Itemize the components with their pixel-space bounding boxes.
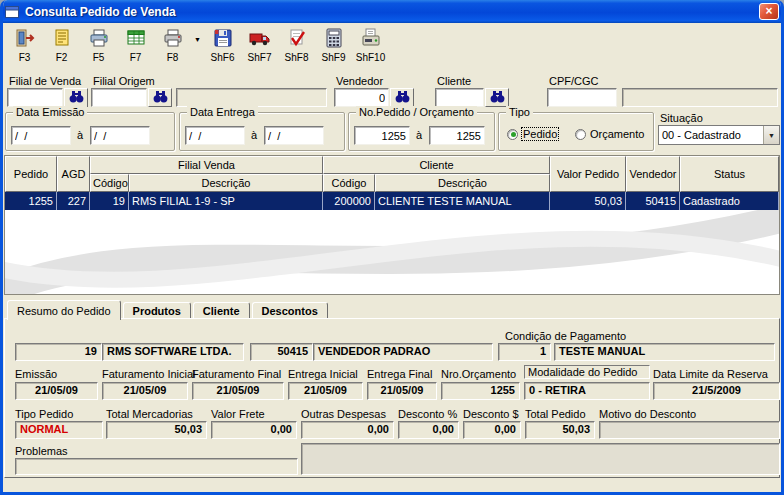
- binoculars-icon: [395, 90, 410, 105]
- data-entrega-to-label: à: [251, 129, 257, 141]
- vendedor-lookup-button[interactable]: [390, 88, 414, 107]
- cell-fv-codigo: 19: [90, 192, 129, 210]
- toolbar-button-shf7[interactable]: ShF7: [241, 25, 278, 69]
- window-title: Consulta Pedido de Venda: [25, 5, 759, 19]
- binoculars-icon: [69, 90, 84, 105]
- col-header-valor-pedido: Valor Pedido: [550, 156, 626, 192]
- cpf-cgc-description: [622, 88, 778, 107]
- pedido-to-input[interactable]: [429, 126, 485, 145]
- data-entrega-from-input[interactable]: [185, 126, 245, 145]
- problemas-label: Problemas: [15, 445, 68, 457]
- tipo-group-title: Tipo: [506, 106, 533, 118]
- col-header-fv-codigo: Código: [90, 174, 129, 192]
- print-options-dropdown-arrow[interactable]: ▼: [191, 27, 204, 51]
- motivo-desconto-value: [599, 421, 780, 439]
- entrega-final-label: Entrega Final: [367, 368, 432, 380]
- toolbar-button-shf6[interactable]: ShF6: [204, 25, 241, 69]
- cell-pedido: 1255: [5, 192, 57, 210]
- results-table: Pedido AGD Filial Venda Cliente Valor Pe…: [5, 156, 779, 210]
- modalidade-pedido-label: Modalidade do Pedido: [524, 365, 650, 379]
- toolbar-button-f3[interactable]: F3: [6, 25, 43, 69]
- tipo-pedido-radio-label: Pedido: [522, 128, 558, 140]
- toolbar-button-f5[interactable]: F5: [80, 25, 117, 69]
- results-grid: Pedido AGD Filial Venda Cliente Valor Pe…: [4, 155, 780, 295]
- desconto-valor-value: 0,00: [463, 421, 521, 439]
- data-emissao-group: Data Emissão à: [5, 112, 175, 151]
- col-header-fv-descricao: Descrição: [129, 174, 323, 192]
- tipo-orcamento-radio[interactable]: Orçamento: [575, 128, 644, 140]
- vendedor-input[interactable]: [334, 88, 389, 107]
- toolbar-key-label: F3: [19, 52, 31, 63]
- situacao-label: Situação: [660, 112, 703, 124]
- close-button[interactable]: ×: [759, 3, 779, 20]
- col-group-filial-venda: Filial Venda: [90, 156, 323, 174]
- decorative-swoosh: [5, 210, 779, 294]
- data-entrega-group-title: Data Entrega: [187, 106, 258, 118]
- col-header-cl-descricao: Descrição: [375, 174, 550, 192]
- vendedor-label: Vendedor: [336, 75, 383, 87]
- app-window: Consulta Pedido de Venda × F3 F2 F5 F7 F…: [0, 0, 784, 495]
- outras-despesas-value: 0,00: [301, 421, 394, 439]
- pedido-from-input[interactable]: [354, 126, 410, 145]
- toolbar-button-f2[interactable]: F2: [43, 25, 80, 69]
- faturamento-inicial-value: 21/05/09: [102, 382, 188, 400]
- tab-produtos[interactable]: Produtos: [123, 302, 191, 318]
- desconto-valor-label: Desconto $: [463, 408, 519, 420]
- tipo-group: Tipo Pedido Orçamento: [498, 112, 654, 151]
- radio-selected-icon: [507, 129, 518, 140]
- toolbar-button-shf10[interactable]: ShF10: [352, 25, 389, 69]
- entrega-final-value: 21/05/09: [367, 382, 437, 400]
- vendedor-nome-value: VENDEDOR PADRAO: [313, 343, 493, 361]
- tab-descontos[interactable]: Descontos: [252, 302, 328, 318]
- toolbar-button-f8[interactable]: F8: [154, 25, 191, 69]
- tab-resumo-do-pedido[interactable]: Resumo do Pedido: [7, 300, 121, 320]
- check-document-icon: [286, 28, 308, 50]
- tab-cliente[interactable]: Cliente: [193, 302, 250, 318]
- filial-venda-label: Filial de Venda: [9, 75, 81, 87]
- filial-venda-lookup-button[interactable]: [64, 88, 88, 107]
- data-emissao-to-input[interactable]: [90, 126, 150, 145]
- tipo-pedido-label: Tipo Pedido: [15, 408, 73, 420]
- table-row[interactable]: 1255 227 19 RMS FILIAL 1-9 - SP 200000 C…: [5, 192, 779, 210]
- chevron-down-icon: ▼: [763, 126, 779, 144]
- toolbar-key-label: ShF10: [356, 52, 385, 63]
- problemas-value: [15, 458, 298, 475]
- data-entrega-to-input[interactable]: [264, 126, 324, 145]
- filial-origem-lookup-button[interactable]: [148, 88, 172, 107]
- emissao-label: Emissão: [15, 368, 57, 380]
- data-emissao-from-input[interactable]: [11, 126, 71, 145]
- cell-status: Cadastrado: [680, 192, 779, 210]
- filial-venda-input[interactable]: [7, 88, 63, 107]
- total-mercadorias-label: Total Mercadorias: [106, 408, 193, 420]
- toolbar-key-label: F8: [167, 52, 179, 63]
- vendedor-codigo-value: 50415: [250, 343, 313, 361]
- toolbar-button-shf8[interactable]: ShF8: [278, 25, 315, 69]
- toolbar-button-f7[interactable]: F7: [117, 25, 154, 69]
- cliente-input[interactable]: [435, 88, 484, 107]
- toolbar-key-label: F5: [93, 52, 105, 63]
- desconto-pct-value: 0,00: [398, 421, 459, 439]
- printer-alt-icon: [162, 28, 184, 50]
- cliente-label: Cliente: [437, 75, 471, 87]
- total-pedido-label: Total Pedido: [525, 408, 586, 420]
- detail-tabstrip: Resumo do Pedido Produtos Cliente Descon…: [7, 299, 330, 319]
- valor-frete-label: Valor Frete: [211, 408, 265, 420]
- filial-origem-input[interactable]: [91, 88, 147, 107]
- faturamento-inicial-label: Faturamento Inicial: [102, 368, 196, 380]
- toolbar-button-shf9[interactable]: ShF9: [315, 25, 352, 69]
- tipo-pedido-value: NORMAL: [15, 421, 103, 439]
- cliente-lookup-button[interactable]: [485, 88, 509, 107]
- outras-despesas-label: Outras Despesas: [301, 408, 386, 420]
- total-mercadorias-value: 50,03: [106, 421, 207, 439]
- printer-icon: [88, 28, 110, 50]
- situacao-select[interactable]: 00 - Cadastrado ▼: [658, 125, 780, 145]
- toolbar-key-label: F7: [130, 52, 142, 63]
- calculator-icon: [323, 28, 345, 50]
- cell-cl-descricao: CLIENTE TESTE MANUAL: [375, 192, 550, 210]
- cpf-cgc-input[interactable]: [547, 88, 617, 107]
- faturamento-final-value: 21/05/09: [192, 382, 284, 400]
- nro-orcamento-value: 1255: [441, 382, 520, 400]
- tipo-pedido-radio[interactable]: Pedido: [507, 128, 558, 140]
- cell-agd: 227: [57, 192, 90, 210]
- total-pedido-value: 50,03: [525, 421, 595, 439]
